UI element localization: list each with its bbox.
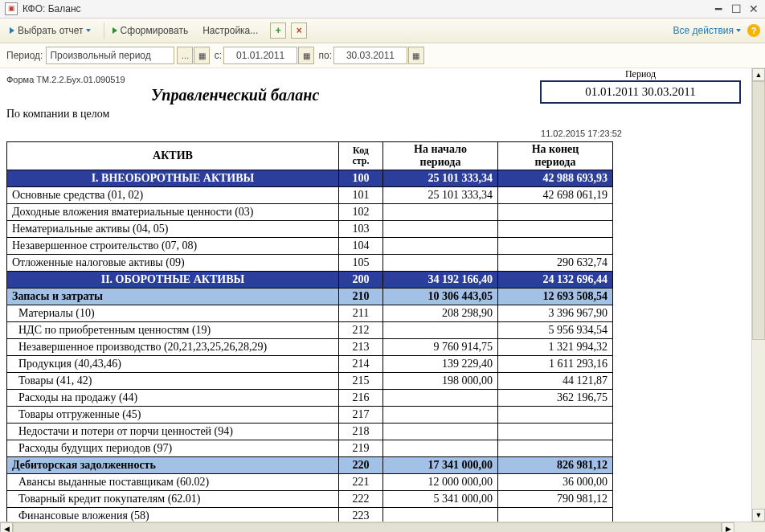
from-date-field[interactable]: 01.01.2011	[223, 47, 297, 64]
cell-code: 100	[339, 170, 383, 187]
scroll-thumb-vertical[interactable]	[752, 81, 765, 340]
cell-end: 24 132 696,44	[498, 272, 613, 289]
cell-begin	[383, 238, 498, 255]
cell-code: 216	[339, 390, 383, 407]
cell-code: 212	[339, 322, 383, 339]
cell-name: I. ВНЕОБОРОТНЫЕ АКТИВЫ	[7, 170, 339, 187]
cell-end: 290 632,74	[498, 255, 613, 272]
col-header-end-l1: На конец	[532, 143, 579, 155]
scroll-left-button[interactable]: ◀	[0, 522, 13, 532]
window-title: КФО: Баланс	[22, 3, 81, 14]
col-header-name: АКТИВ	[7, 142, 339, 170]
cell-end: 826 981,12	[498, 457, 613, 474]
cell-name: II. ОБОРОТНЫЕ АКТИВЫ	[7, 272, 339, 289]
cell-name: Расходы будущих периодов (97)	[7, 440, 339, 457]
cell-begin: 208 298,90	[383, 305, 498, 322]
cell-end	[498, 424, 613, 440]
cell-code: 213	[339, 339, 383, 356]
cell-begin	[383, 255, 498, 272]
remove-panel-button[interactable]: ×	[291, 23, 307, 39]
table-row[interactable]: Товары отгруженные (45)217	[7, 407, 613, 424]
cell-end: 790 981,12	[498, 491, 613, 508]
cell-end: 1 611 293,16	[498, 356, 613, 373]
table-row[interactable]: НДС по приобретенным ценностям (19)2125 …	[7, 322, 613, 339]
cell-name: Незавершенное производство (20,21,23,25,…	[7, 339, 339, 356]
cell-code: 223	[339, 508, 383, 522]
maximize-button[interactable]: ☐	[728, 2, 744, 15]
table-row[interactable]: Основные средства (01, 02)10125 101 333,…	[7, 187, 613, 204]
table-row[interactable]: Авансы выданные поставщикам (60.02)22112…	[7, 474, 613, 491]
table-row[interactable]: Отложенные налоговые активы (09)105290 6…	[7, 255, 613, 272]
settings-label: Настройка...	[202, 25, 258, 36]
table-row[interactable]: Расходы будущих периодов (97)219	[7, 440, 613, 457]
table-row[interactable]: Продукция (40,43,46)214139 229,401 611 2…	[7, 356, 613, 373]
table-row[interactable]: Незавершенное производство (20,21,23,25,…	[7, 339, 613, 356]
cell-code: 219	[339, 440, 383, 457]
cell-begin: 34 192 166,40	[383, 272, 498, 289]
table-row[interactable]: Доходные вложения вматериальные ценности…	[7, 204, 613, 221]
table-row[interactable]: Недостачи и потери от порчи ценностей (9…	[7, 424, 613, 440]
col-header-end: На конец периода	[498, 142, 613, 170]
cell-name: Товары (41, 42)	[7, 373, 339, 390]
cell-end	[498, 221, 613, 238]
table-row[interactable]: Расходы на продажу (44)216362 196,75	[7, 390, 613, 407]
table-row[interactable]: Материалы (10)211208 298,903 396 967,90	[7, 305, 613, 322]
cell-begin	[383, 204, 498, 221]
to-date-value: 30.03.2011	[346, 50, 395, 61]
pick-report-button[interactable]: Выбрать отчет	[5, 23, 96, 38]
cell-begin	[383, 508, 498, 522]
period-type-field[interactable]: Произвольный период	[46, 47, 174, 64]
to-calendar-button[interactable]: ▦	[408, 47, 424, 64]
table-row[interactable]: Запасы и затраты21010 306 443,0512 693 5…	[7, 289, 613, 305]
balance-table: АКТИВ Код стр. На начало периода На коне…	[6, 141, 613, 522]
minimize-button[interactable]: ━	[710, 2, 726, 15]
scroll-thumb-horizontal[interactable]	[13, 522, 722, 532]
col-header-code: Код стр.	[339, 142, 383, 170]
cell-begin	[383, 221, 498, 238]
table-row[interactable]: Дебиторская задолженность22017 341 000,0…	[7, 457, 613, 474]
scroll-up-button[interactable]: ▲	[752, 68, 765, 81]
period-pick-button[interactable]: …	[177, 47, 193, 64]
table-row[interactable]: Финансовые вложения (58)223	[7, 508, 613, 522]
col-header-begin-l2: периода	[420, 156, 461, 168]
cell-begin: 12 000 000,00	[383, 474, 498, 491]
cell-end	[498, 508, 613, 522]
cell-end: 5 956 934,54	[498, 322, 613, 339]
table-row[interactable]: II. ОБОРОТНЫЕ АКТИВЫ20034 192 166,4024 1…	[7, 272, 613, 289]
table-row[interactable]: I. ВНЕОБОРОТНЫЕ АКТИВЫ10025 101 333,3442…	[7, 170, 613, 187]
company-line: По компании в целом	[6, 108, 759, 121]
table-row[interactable]: Незавершенное строительство (07, 08)104	[7, 238, 613, 255]
all-actions-button[interactable]: Все действия	[673, 25, 741, 36]
cell-name: Продукция (40,43,46)	[7, 356, 339, 373]
period-calendar-button[interactable]: ▦	[194, 47, 210, 64]
settings-button[interactable]: Настройка...	[198, 23, 263, 38]
calendar-icon: ▦	[412, 51, 419, 60]
cell-end: 42 698 061,19	[498, 187, 613, 204]
cell-code: 215	[339, 373, 383, 390]
from-calendar-button[interactable]: ▦	[298, 47, 314, 64]
cell-code: 211	[339, 305, 383, 322]
cell-begin	[383, 390, 498, 407]
add-panel-button[interactable]: +	[270, 23, 286, 39]
horizontal-scrollbar[interactable]: ◀ ▶	[0, 522, 765, 532]
scroll-right-button[interactable]: ▶	[722, 522, 734, 532]
col-header-end-l2: периода	[535, 156, 576, 168]
close-button[interactable]: ✕	[746, 2, 762, 15]
cell-code: 220	[339, 457, 383, 474]
scroll-down-button[interactable]: ▼	[752, 509, 765, 522]
to-date-field[interactable]: 30.03.2011	[333, 47, 407, 64]
table-row[interactable]: Товарный кредит покупателям (62.01)2225 …	[7, 491, 613, 508]
help-button[interactable]: ?	[747, 24, 760, 37]
table-row[interactable]: Нематериальные активы (04, 05)103	[7, 221, 613, 238]
cell-code: 101	[339, 187, 383, 204]
generate-button[interactable]: Сформировать	[108, 23, 194, 38]
cell-code: 218	[339, 424, 383, 440]
vertical-scrollbar[interactable]: ▲ ▼	[751, 68, 765, 522]
period-caption: Период	[540, 68, 741, 80]
cell-begin: 10 306 443,05	[383, 289, 498, 305]
period-box: Период 01.01.2011 30.03.2011	[540, 68, 741, 104]
cell-end	[498, 440, 613, 457]
table-row[interactable]: Товары (41, 42)215198 000,0044 121,87	[7, 373, 613, 390]
col-header-name-text: АКТИВ	[153, 149, 193, 162]
to-label: по:	[318, 50, 332, 61]
